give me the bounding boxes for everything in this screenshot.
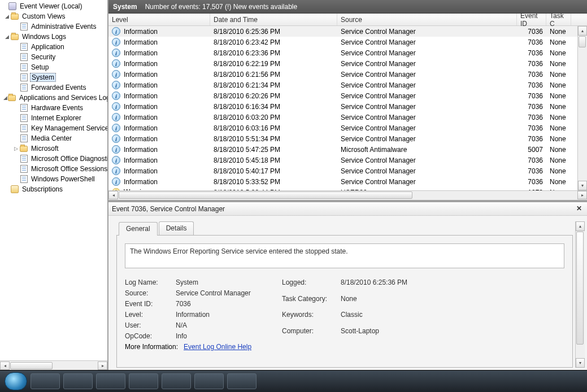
tree-kms[interactable]: Key Management Service bbox=[0, 123, 107, 133]
cell-eventid: 7036 bbox=[517, 178, 546, 186]
table-row[interactable]: iInformation8/18/2010 6:23:36 PMService … bbox=[108, 47, 577, 58]
scroll-up-button[interactable]: ▴ bbox=[578, 26, 587, 36]
scroll-track[interactable] bbox=[10, 361, 98, 370]
cell-source: Service Control Manager bbox=[337, 124, 517, 132]
tree-media[interactable]: Media Center bbox=[0, 133, 107, 143]
folder-icon bbox=[10, 32, 19, 41]
cell-date: 8/18/2010 6:03:20 PM bbox=[210, 114, 337, 121]
table-row[interactable]: iInformation8/18/2010 6:23:42 PMService … bbox=[108, 37, 577, 47]
tree-windows-logs[interactable]: ◢Windows Logs bbox=[0, 32, 107, 42]
scroll-track[interactable] bbox=[118, 191, 577, 199]
taskbar-item[interactable] bbox=[162, 373, 191, 389]
tab-details[interactable]: Details bbox=[159, 221, 194, 235]
close-detail-button[interactable]: ✕ bbox=[575, 204, 584, 214]
windows-taskbar[interactable] bbox=[0, 370, 587, 392]
start-button[interactable] bbox=[5, 372, 27, 390]
cell-task: None bbox=[546, 124, 571, 132]
tree-subscriptions[interactable]: Subscriptions bbox=[0, 184, 107, 194]
taskbar-item[interactable] bbox=[31, 373, 60, 389]
table-row[interactable]: iInformation8/18/2010 6:22:19 PMService … bbox=[108, 58, 577, 69]
tree-root[interactable]: ▸Event Viewer (Local) bbox=[0, 1, 107, 11]
scroll-down-button[interactable]: ▾ bbox=[578, 181, 587, 190]
event-properties: Log Name:System Source:Service Control M… bbox=[125, 278, 564, 340]
table-row[interactable]: iInformation8/18/2010 6:16:34 PMService … bbox=[108, 101, 577, 112]
column-level[interactable]: Level bbox=[108, 14, 210, 25]
table-row[interactable]: iInformation8/18/2010 6:21:34 PMService … bbox=[108, 80, 577, 90]
tree-custom-views[interactable]: ◢Custom Views bbox=[0, 11, 107, 21]
tree-application[interactable]: Application bbox=[0, 42, 107, 52]
scroll-right-button[interactable]: ▸ bbox=[98, 361, 107, 370]
scroll-left-button[interactable]: ◂ bbox=[108, 191, 118, 199]
tree-forwarded[interactable]: Forwarded Events bbox=[0, 82, 107, 93]
scroll-thumb[interactable] bbox=[579, 36, 586, 47]
table-row[interactable]: iInformation8/18/2010 6:03:16 PMService … bbox=[108, 123, 577, 133]
info-icon: i bbox=[112, 70, 120, 79]
cell-eventid: 7036 bbox=[517, 156, 546, 164]
info-icon: i bbox=[112, 167, 120, 175]
tree-powershell[interactable]: Windows PowerShell bbox=[0, 174, 107, 184]
taskbar-item[interactable] bbox=[194, 373, 224, 389]
table-row[interactable]: iInformation8/18/2010 6:21:56 PMService … bbox=[108, 69, 577, 80]
scroll-track[interactable] bbox=[578, 36, 587, 181]
column-task[interactable]: Task C bbox=[546, 14, 571, 25]
tree-admin-events[interactable]: Administrative Events bbox=[0, 21, 107, 32]
column-source[interactable]: Source bbox=[337, 14, 517, 25]
cell-date: 8/18/2010 5:45:18 PM bbox=[210, 156, 337, 164]
tree-diag[interactable]: Microsoft Office Diagnostics bbox=[0, 154, 107, 164]
cell-level: Information bbox=[124, 167, 158, 175]
scroll-thumb[interactable] bbox=[576, 232, 584, 345]
cell-date: 8/18/2010 6:23:36 PM bbox=[210, 49, 337, 57]
tree-ie[interactable]: Internet Explorer bbox=[0, 113, 107, 123]
column-eventid[interactable]: Event ID bbox=[517, 14, 546, 25]
scroll-thumb[interactable] bbox=[10, 362, 53, 369]
tree-system[interactable]: System bbox=[0, 72, 107, 82]
info-icon: i bbox=[112, 92, 120, 100]
table-row[interactable]: iInformation8/18/2010 5:47:25 PMMicrosof… bbox=[108, 144, 577, 155]
table-row[interactable]: iInformation8/18/2010 6:20:26 PMService … bbox=[108, 90, 577, 101]
event-log-help-link[interactable]: Event Log Online Help bbox=[184, 343, 251, 351]
cell-date: 8/18/2010 6:16:34 PM bbox=[210, 103, 337, 111]
table-row[interactable]: iInformation8/18/2010 5:40:17 PMService … bbox=[108, 165, 577, 176]
scroll-right-button[interactable]: ▸ bbox=[577, 191, 587, 199]
info-icon: i bbox=[112, 59, 120, 68]
grid-vertical-scrollbar[interactable]: ▴ ▾ bbox=[577, 26, 587, 190]
tab-panel-general: The Windows Error Reporting Service serv… bbox=[116, 235, 573, 368]
table-row[interactable]: iInformation8/18/2010 5:51:34 PMService … bbox=[108, 133, 577, 144]
tree-sessions[interactable]: Microsoft Office Sessions bbox=[0, 164, 107, 174]
tree-microsoft[interactable]: ▷Microsoft bbox=[0, 143, 107, 154]
detail-vertical-scrollbar[interactable]: ▴ ▾ bbox=[575, 221, 585, 368]
column-date[interactable]: Date and Time bbox=[210, 14, 337, 25]
grid-horizontal-scrollbar[interactable]: ◂ ▸ bbox=[108, 190, 587, 200]
scroll-up-button[interactable]: ▴ bbox=[576, 221, 585, 231]
scroll-thumb[interactable] bbox=[119, 191, 412, 199]
table-row[interactable]: iInformation8/18/2010 6:25:36 PMService … bbox=[108, 26, 577, 37]
scroll-down-button[interactable]: ▾ bbox=[576, 358, 585, 368]
info-icon: i bbox=[112, 81, 120, 89]
cell-source: Service Control Manager bbox=[337, 60, 517, 68]
scroll-track[interactable] bbox=[576, 231, 585, 358]
info-icon: i bbox=[112, 113, 120, 121]
cell-level: Information bbox=[124, 178, 158, 186]
tree-setup[interactable]: Setup bbox=[0, 62, 107, 72]
cell-date: 8/18/2010 6:21:34 PM bbox=[210, 81, 337, 89]
tree-security[interactable]: Security bbox=[0, 52, 107, 62]
taskbar-item[interactable] bbox=[129, 373, 158, 389]
cell-source: Service Control Manager bbox=[337, 28, 517, 36]
label-source: Source: bbox=[125, 289, 170, 297]
cell-task: None bbox=[546, 60, 571, 68]
table-row[interactable]: iInformation8/18/2010 6:03:20 PMService … bbox=[108, 112, 577, 123]
log-icon bbox=[19, 73, 28, 82]
table-row[interactable]: iInformation8/18/2010 5:33:52 PMService … bbox=[108, 176, 577, 187]
tree-hardware[interactable]: Hardware Events bbox=[0, 103, 107, 113]
taskbar-item[interactable] bbox=[96, 373, 125, 389]
taskbar-item[interactable] bbox=[63, 373, 93, 389]
scroll-left-button[interactable]: ◂ bbox=[0, 361, 10, 370]
tab-general[interactable]: General bbox=[119, 222, 158, 236]
log-summary: Number of events: 17,507 (!) New events … bbox=[145, 3, 297, 11]
tree-horizontal-scrollbar[interactable]: ◂ ▸ bbox=[0, 360, 107, 370]
cell-source: Service Control Manager bbox=[337, 38, 517, 46]
tree-apps-services[interactable]: ◢Applications and Services Logs bbox=[0, 93, 107, 103]
taskbar-item[interactable] bbox=[227, 373, 256, 389]
log-icon bbox=[19, 154, 28, 163]
table-row[interactable]: iInformation8/18/2010 5:45:18 PMService … bbox=[108, 155, 577, 165]
